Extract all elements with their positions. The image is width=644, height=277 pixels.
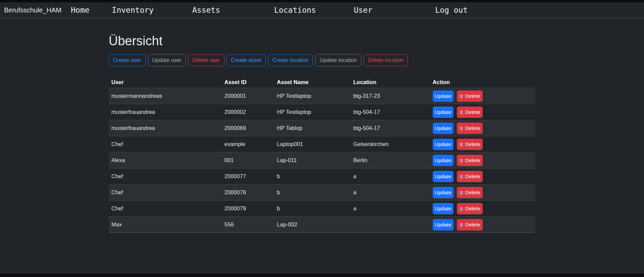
- update-button[interactable]: Update: [433, 171, 453, 182]
- create-asset-button[interactable]: Create asset: [227, 54, 266, 66]
- update-button[interactable]: Update: [433, 139, 453, 150]
- trash-icon: 🗑: [459, 93, 464, 99]
- cell-actions: Update🗑Delete: [430, 217, 535, 233]
- assets-table: UserAsset IDAsset NameLocationAction mus…: [109, 77, 535, 233]
- cell-asset-name: b: [274, 201, 351, 217]
- cell-user: Chef: [109, 136, 222, 152]
- trash-icon: 🗑: [459, 189, 464, 196]
- delete-label: Delete: [465, 157, 480, 164]
- delete-button[interactable]: 🗑Delete: [457, 155, 483, 166]
- delete-button[interactable]: 🗑Delete: [457, 139, 483, 150]
- cell-actions: Update🗑Delete: [430, 88, 535, 104]
- cell-user: Max: [109, 217, 222, 233]
- update-button[interactable]: Update: [433, 155, 453, 166]
- delete-button[interactable]: 🗑Delete: [457, 203, 483, 214]
- update-button[interactable]: Update: [433, 203, 453, 214]
- cell-asset-id: 2000069: [222, 120, 274, 136]
- cell-asset-name: HP Tablop: [274, 120, 351, 136]
- cell-asset-name: Laptop001: [274, 136, 351, 152]
- cell-location: Gelsenkirchen: [351, 136, 430, 152]
- column-header-action: Action: [430, 77, 535, 88]
- delete-label: Delete: [465, 221, 480, 228]
- trash-icon: 🗑: [459, 109, 464, 116]
- nav-item-inventory[interactable]: Inventory: [112, 6, 154, 14]
- cell-actions: Update🗑Delete: [430, 168, 535, 185]
- delete-label: Delete: [465, 141, 480, 148]
- table-row: Chef2000077baUpdate🗑Delete: [109, 168, 535, 185]
- cell-actions: Update🗑Delete: [430, 185, 535, 201]
- cell-location: a: [351, 185, 430, 201]
- column-header-asset-id: Asset ID: [222, 77, 274, 88]
- update-button[interactable]: Update: [433, 90, 453, 102]
- delete-location-button[interactable]: Delete location: [364, 54, 408, 66]
- delete-label: Delete: [465, 189, 480, 196]
- update-user-button[interactable]: Update user: [148, 54, 186, 66]
- table-row: Max556Lap-002Update🗑Delete: [109, 217, 535, 233]
- create-location-button[interactable]: Create location: [268, 54, 313, 66]
- nav-item-assets[interactable]: Assets: [192, 6, 220, 14]
- cell-user: Chef: [109, 168, 222, 185]
- cell-asset-name: b: [274, 168, 351, 185]
- cell-actions: Update🗑Delete: [430, 120, 535, 136]
- delete-user-button[interactable]: Delete user: [188, 54, 224, 66]
- cell-location: a: [351, 201, 430, 217]
- table-body: mustermannandreas2000001HP Testlaptopbtg…: [109, 88, 535, 233]
- cell-location: btg-504-17: [351, 120, 430, 136]
- table-row: ChefexampleLaptop001GelsenkirchenUpdate🗑…: [109, 136, 535, 152]
- column-header-location: Location: [351, 77, 430, 88]
- update-button[interactable]: Update: [433, 219, 453, 230]
- cell-location: [351, 217, 430, 233]
- navbar-menu: HomeInventoryAssetsLocationsUserLog out: [61, 6, 468, 14]
- bottom-strip: [0, 274, 644, 277]
- cell-user: musterfrauandrea: [109, 104, 222, 120]
- page-title: Übersicht: [109, 34, 535, 48]
- top-strip: [0, 0, 644, 2]
- delete-label: Delete: [465, 173, 480, 180]
- table-row: mustermannandreas2000001HP Testlaptopbtg…: [109, 88, 535, 104]
- trash-icon: 🗑: [459, 221, 464, 228]
- delete-button[interactable]: 🗑Delete: [457, 107, 483, 118]
- delete-button[interactable]: 🗑Delete: [457, 90, 483, 102]
- column-header-user: User: [109, 77, 222, 88]
- table-row: Chef2000079baUpdate🗑Delete: [109, 201, 535, 217]
- delete-button[interactable]: 🗑Delete: [457, 171, 483, 182]
- cell-user: musterfrauandrea: [109, 120, 222, 136]
- table-row: Chef2000078baUpdate🗑Delete: [109, 185, 535, 201]
- nav-item-locations[interactable]: Locations: [274, 6, 316, 14]
- delete-button[interactable]: 🗑Delete: [457, 123, 483, 134]
- cell-location: btg-504-17: [351, 104, 430, 120]
- cell-actions: Update🗑Delete: [430, 104, 535, 120]
- cell-actions: Update🗑Delete: [430, 201, 535, 217]
- nav-item-home[interactable]: Home: [71, 6, 89, 14]
- delete-label: Delete: [465, 125, 480, 132]
- cell-asset-id: 2000078: [222, 185, 274, 201]
- cell-actions: Update🗑Delete: [430, 152, 535, 168]
- navbar-brand[interactable]: Berufsschule_HAM: [4, 6, 61, 14]
- delete-label: Delete: [465, 205, 480, 212]
- cell-location: a: [351, 168, 430, 185]
- cell-asset-name: Lap-011: [274, 152, 351, 168]
- nav-item-log-out[interactable]: Log out: [435, 6, 468, 14]
- main-content: Übersicht Create userUpdate userDelete u…: [0, 34, 644, 233]
- navbar: Berufsschule_HAM HomeInventoryAssetsLoca…: [0, 2, 644, 18]
- trash-icon: 🗑: [459, 205, 464, 212]
- delete-button[interactable]: 🗑Delete: [457, 219, 483, 230]
- update-location-button[interactable]: Update location: [315, 54, 361, 66]
- cell-asset-name: HP Testlaptop: [274, 104, 351, 120]
- update-button[interactable]: Update: [433, 107, 453, 118]
- cell-asset-name: Lap-002: [274, 217, 351, 233]
- trash-icon: 🗑: [459, 125, 464, 132]
- cell-actions: Update🗑Delete: [430, 136, 535, 152]
- table-header-row: UserAsset IDAsset NameLocationAction: [109, 77, 535, 88]
- update-button[interactable]: Update: [433, 187, 453, 198]
- table-row: musterfrauandrea2000002HP Testlaptopbtg-…: [109, 104, 535, 120]
- cell-asset-id: 2000001: [222, 88, 274, 104]
- trash-icon: 🗑: [459, 157, 464, 164]
- delete-button[interactable]: 🗑Delete: [457, 187, 483, 198]
- cell-asset-id: 2000079: [222, 201, 274, 217]
- update-button[interactable]: Update: [433, 123, 453, 134]
- nav-item-user[interactable]: User: [354, 6, 372, 14]
- create-user-button[interactable]: Create user: [109, 54, 146, 66]
- table-row: musterfrauandrea2000069HP Tablopbtg-504-…: [109, 120, 535, 136]
- cell-asset-id: 556: [222, 217, 274, 233]
